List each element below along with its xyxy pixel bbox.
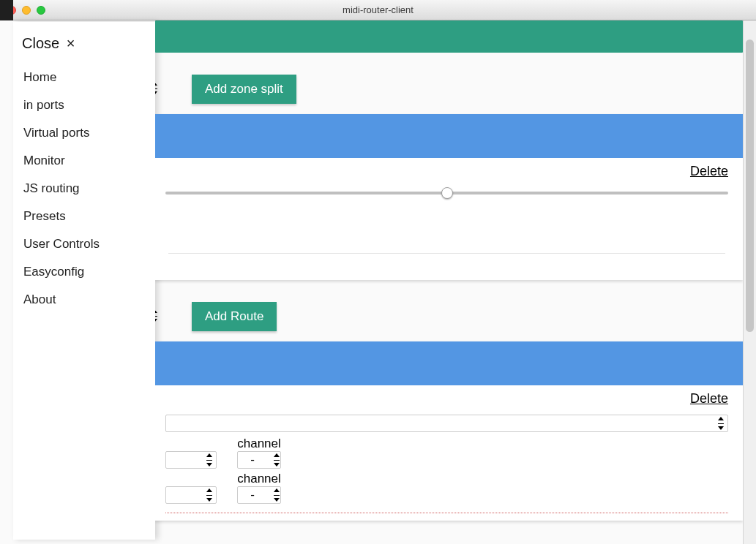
- route-to-channel-select[interactable]: -: [237, 486, 281, 504]
- route-from-select[interactable]: [165, 451, 217, 469]
- sidebar-item-label: Presets: [23, 209, 66, 223]
- divider: [168, 253, 725, 254]
- channel-value: -: [238, 453, 267, 467]
- sidebar-drawer: Close × Home in ports Virtual ports Moni…: [13, 22, 155, 540]
- sidebar-item-js-routing[interactable]: JS routing: [13, 175, 155, 203]
- slider-thumb[interactable]: [441, 187, 453, 199]
- chevron-updown-icon: [206, 488, 213, 502]
- sidebar-item-user-controls[interactable]: User Controls: [13, 230, 155, 258]
- sidebar-item-label: User Controls: [23, 237, 100, 251]
- chevron-updown-icon: [717, 417, 725, 430]
- sidebar-item-label: About: [23, 292, 56, 306]
- chevron-updown-icon: [155, 309, 158, 322]
- chevron-updown-icon: [273, 488, 280, 502]
- scrollbar-thumb[interactable]: [746, 39, 754, 332]
- sidebar-item-label: in ports: [23, 98, 64, 112]
- sidebar-item-label: Virtual ports: [23, 126, 89, 140]
- sidebar-item-monitor[interactable]: Monitor: [13, 147, 155, 175]
- zone-card-header: [155, 114, 743, 158]
- window-title: midi-router-client: [0, 4, 756, 15]
- vertical-scrollbar[interactable]: [743, 20, 756, 544]
- zone-card: Delete: [155, 114, 743, 280]
- route-from-channel-select[interactable]: -: [237, 451, 281, 469]
- sidebar-item-label: Home: [23, 70, 56, 84]
- zone-select[interactable]: [155, 82, 157, 97]
- sidebar-item-in-ports[interactable]: in ports: [13, 91, 155, 119]
- channel-label: channel: [237, 437, 281, 451]
- window-minimize-button[interactable]: [22, 6, 31, 15]
- route-port-select[interactable]: [165, 415, 728, 432]
- route-to-select[interactable]: [165, 486, 217, 504]
- route-select[interactable]: [155, 309, 157, 324]
- sidebar-item-virtual-ports[interactable]: Virtual ports: [13, 119, 155, 147]
- sidebar-item-label: Monitor: [23, 154, 65, 167]
- main-panel: Add zone split Delete Add Route: [155, 20, 743, 544]
- window-zoom-button[interactable]: [37, 6, 45, 15]
- sidebar-item-home[interactable]: Home: [13, 64, 155, 91]
- route-delete-link[interactable]: Delete: [690, 391, 728, 407]
- route-card-header: [155, 341, 743, 385]
- sidebar-item-easyconfig[interactable]: Easyconfig: [13, 258, 155, 286]
- sidebar-item-about[interactable]: About: [13, 286, 155, 314]
- channel-label: channel: [237, 472, 281, 486]
- zone-delete-link[interactable]: Delete: [690, 164, 728, 179]
- header-bar: [155, 20, 743, 53]
- chevron-updown-icon: [155, 82, 158, 95]
- split-slider[interactable]: [165, 192, 728, 194]
- sidebar-item-label: JS routing: [23, 181, 80, 195]
- sidebar-item-presets[interactable]: Presets: [13, 203, 155, 230]
- channel-value: -: [238, 488, 267, 502]
- close-icon: ×: [67, 35, 75, 51]
- add-zone-split-button[interactable]: Add zone split: [192, 75, 296, 104]
- dotted-divider: [165, 513, 728, 513]
- chevron-updown-icon: [273, 453, 280, 466]
- sidebar-close-label: Close: [22, 35, 59, 51]
- route-card: Delete channel -: [155, 341, 743, 521]
- titlebar: midi-router-client: [0, 0, 756, 20]
- sidebar-close-button[interactable]: Close ×: [13, 31, 155, 64]
- chevron-updown-icon: [206, 453, 213, 466]
- sidebar-item-label: Easyconfig: [23, 265, 84, 279]
- add-route-button[interactable]: Add Route: [192, 302, 277, 331]
